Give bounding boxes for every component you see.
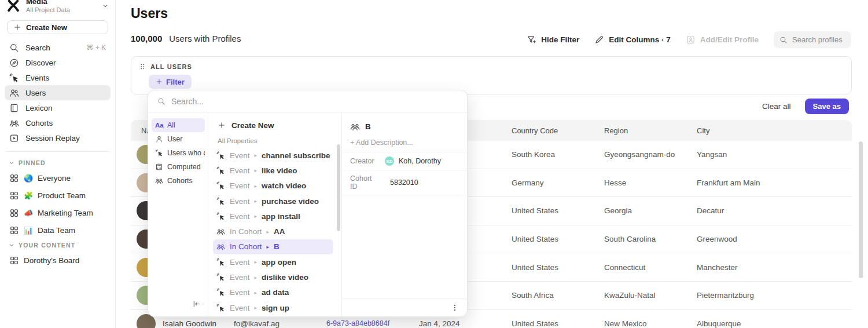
sidebar-item-data-team[interactable]: 📊 Data Team (5, 221, 111, 239)
button-label: Create New (231, 121, 274, 130)
column-header-country-code[interactable]: Country Code (512, 126, 604, 135)
option-prefix: Event (230, 197, 250, 206)
category-cohorts[interactable]: Cohorts (152, 174, 205, 188)
project-name: Media (26, 0, 96, 6)
dropdown-categories: Aa All User Users who di... Computed (148, 112, 208, 316)
country-cell: United States (512, 206, 604, 215)
users-icon (9, 88, 19, 98)
event-spark-icon (9, 73, 19, 83)
profile-search-input[interactable] (792, 35, 845, 44)
option-name: dislike video (262, 273, 308, 282)
nav-label: Lexicon (25, 104, 53, 112)
create-new-button[interactable]: Create New (7, 20, 108, 34)
aa-icon: Aa (155, 122, 163, 129)
add-filter-button[interactable]: Filter (149, 75, 192, 89)
sidebar-item-everyone[interactable]: 🌏 Everyone (5, 169, 111, 187)
cohort-icon (155, 177, 163, 185)
column-header-city[interactable]: City (697, 126, 852, 135)
hide-filter-button[interactable]: Hide Filter (527, 35, 579, 45)
sidebar-item-product-team[interactable]: 🧩 Product Team (5, 187, 111, 204)
filter-option-dislike-video[interactable]: Event▸dislike video (213, 269, 333, 285)
pinned-section-header[interactable]: PINNED (0, 156, 115, 169)
option-name: sign up (262, 304, 289, 312)
column-header-region[interactable]: Region (604, 126, 697, 135)
chart-emoji-icon: 📊 (24, 226, 33, 235)
dropdown-scrollbar[interactable] (337, 144, 340, 231)
creator-label: Creator (350, 157, 380, 165)
board-grid-icon (9, 225, 19, 235)
app-logo-icon (6, 0, 21, 13)
city-cell: Manchester (697, 263, 852, 272)
sidebar-item-dorothys-board[interactable]: Dorothy's Board (5, 252, 111, 269)
filter-option-like-video[interactable]: Event▸like video (213, 163, 333, 178)
filter-option-in-cohort-b[interactable]: In Cohort▸B (213, 239, 333, 254)
filter-option-app-open[interactable]: Event▸app open (213, 254, 333, 269)
filter-option-watch-video[interactable]: Event▸watch video (213, 178, 333, 194)
collapse-left-icon (192, 300, 201, 308)
user-icon (155, 135, 163, 143)
filter-option-purchase-video[interactable]: Event▸purchase video (213, 194, 333, 209)
region-cell: Gyeongsangnam-do (604, 150, 697, 159)
category-user[interactable]: User (152, 132, 205, 146)
sidebar-item-events[interactable]: Events (5, 70, 111, 85)
country-cell: United States (512, 235, 604, 243)
sidebar-item-discover[interactable]: Discover (5, 55, 111, 70)
caret-right-icon: ▸ (267, 244, 270, 250)
edit-columns-button[interactable]: Edit Columns · 7 (594, 35, 671, 45)
city-cell: Decatur (697, 206, 852, 215)
filter-option-app-install[interactable]: Event▸app install (213, 209, 333, 224)
your-content-section-header[interactable]: YOUR CONTENT (0, 239, 115, 252)
region-cell: Georgia (604, 206, 697, 215)
add-description-button[interactable]: + Add Description... (342, 137, 467, 152)
pencil-icon (594, 35, 604, 45)
nav-label: Session Replay (25, 134, 80, 143)
board-label: Product Team (38, 191, 86, 200)
add-edit-profile-button[interactable]: Add/Edit Profile (686, 35, 759, 45)
caret-right-icon: ▸ (255, 167, 258, 173)
toolbar: Hide Filter Edit Columns · 7 Add/Edit Pr… (527, 31, 851, 48)
collapse-panel-button[interactable] (192, 300, 201, 311)
section-label: YOUR CONTENT (19, 242, 75, 249)
region-cell: New Mexico (604, 319, 697, 328)
profile-badge-icon (686, 35, 696, 45)
project-switcher[interactable]: Media All Project Data (0, 0, 115, 16)
option-prefix: Event (230, 212, 250, 221)
category-all[interactable]: Aa All (152, 118, 205, 132)
event-spark-icon (216, 166, 225, 175)
filter-option-ad-data[interactable]: Event▸ad data (213, 285, 333, 300)
filter-option-sign-up[interactable]: Event▸sign up (213, 300, 333, 315)
dropdown-search-input[interactable] (171, 97, 458, 106)
dropdown-search (148, 90, 467, 112)
kebab-menu-icon[interactable] (451, 304, 459, 312)
user-name: Isaiah Goodwin (163, 319, 216, 328)
clear-all-link[interactable]: Clear all (762, 102, 791, 111)
caret-right-icon: ▸ (255, 213, 258, 219)
sidebar-item-lexicon[interactable]: Lexicon (5, 100, 111, 115)
filter-option-channel-subscribe[interactable]: Event▸channel subscribe (213, 148, 333, 163)
cohort-icon (216, 227, 225, 236)
table-scrollbar[interactable] (859, 141, 863, 278)
sidebar-item-users[interactable]: Users (5, 85, 111, 100)
category-users-who-did[interactable]: Users who di... (152, 146, 205, 160)
event-spark-icon (216, 197, 225, 206)
region-cell: Hesse (604, 178, 697, 187)
filter-option-in-cohort-aa[interactable]: In Cohort▸AA (213, 224, 333, 239)
category-computed[interactable]: Computed (152, 160, 205, 174)
save-as-button[interactable]: Save as (805, 99, 849, 114)
sidebar-item-search[interactable]: Search ⌘ + K (5, 40, 111, 55)
globe-emoji-icon: 🌏 (24, 174, 33, 183)
option-name: app open (262, 258, 296, 267)
board-grid-icon (9, 208, 19, 218)
caret-right-icon: ▸ (267, 229, 270, 235)
option-prefix: Event (230, 304, 250, 312)
search-icon (157, 97, 165, 105)
option-prefix: Event (230, 151, 250, 160)
sidebar: Media All Project Data Create New Search… (0, 0, 116, 328)
sidebar-item-marketing-team[interactable]: 📣 Marketing Team (5, 204, 111, 221)
calculator-icon (155, 163, 163, 171)
drag-handle-icon[interactable] (138, 63, 146, 71)
sidebar-item-cohorts[interactable]: Cohorts (5, 115, 111, 130)
sidebar-item-session-replay[interactable]: Session Replay (5, 130, 111, 145)
caret-right-icon: ▸ (255, 183, 258, 189)
dropdown-create-new-button[interactable]: Create New (208, 117, 341, 133)
